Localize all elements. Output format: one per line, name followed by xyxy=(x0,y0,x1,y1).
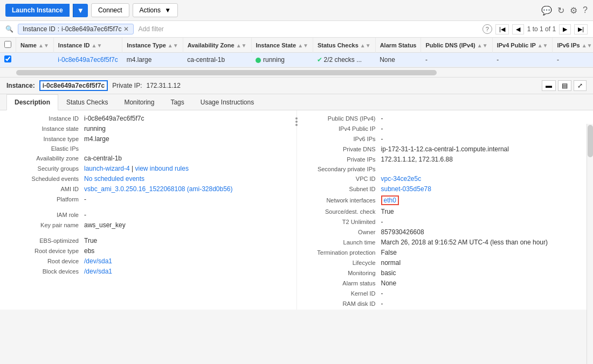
detail-content: Instance ID i-0c8e649a7ec6f5f7c Instance… xyxy=(0,110,593,310)
main-scrollbar[interactable] xyxy=(587,124,593,364)
add-filter[interactable]: Add filter xyxy=(138,25,163,33)
row-root-device-type: Root device type ebs xyxy=(9,247,288,255)
pagination-last[interactable]: ▶| xyxy=(574,24,588,34)
value-termination-protection: False xyxy=(381,249,585,256)
launch-instance-button[interactable]: Launch Instance xyxy=(5,4,70,17)
refresh-icon[interactable]: ↻ xyxy=(557,5,564,16)
view-stack-button[interactable]: ▤ xyxy=(558,80,571,91)
label-subnet-id: Subnet ID xyxy=(306,186,381,192)
col-az: Availability Zone ▲▼ xyxy=(183,38,251,53)
row-elastic-ips: Elastic IPs xyxy=(9,145,288,152)
table-row[interactable]: i-0c8e649a7ec6f5f7c m4.large ca-central-… xyxy=(0,53,593,67)
col-status-checks: Status Checks ▲▼ xyxy=(313,38,375,53)
detail-instance-id[interactable]: i-0c8e649a7ec6f5f7c xyxy=(39,80,108,91)
view-expand-button[interactable]: ⤢ xyxy=(574,80,587,91)
tab-monitoring[interactable]: Monitoring xyxy=(116,94,162,110)
label-az: Availability zone xyxy=(9,155,84,162)
label-private-dns: Private DNS xyxy=(306,146,381,152)
view-split-button[interactable]: ▬ xyxy=(542,80,556,91)
row-instance-type: m4.large xyxy=(122,53,183,67)
pagination-next[interactable]: ▶ xyxy=(559,24,571,34)
inbound-rules-link[interactable]: view inbound rules xyxy=(135,165,189,172)
row-instance-id[interactable]: i-0c8e649a7ec6f5f7c xyxy=(53,53,122,67)
filter-remove[interactable]: ✕ xyxy=(123,25,129,33)
tab-description[interactable]: Description xyxy=(6,94,58,110)
row-ipv6: - xyxy=(553,53,593,67)
row-checkbox-cell[interactable] xyxy=(0,53,16,67)
label-ipv6-ips: IPv6 IPs xyxy=(306,136,381,142)
eth0-link[interactable]: eth0 xyxy=(381,195,399,205)
chat-icon[interactable]: 💬 xyxy=(541,5,552,16)
label-ebs-optimized: EBS-optimized xyxy=(9,237,84,244)
label-block-devices: Block devices xyxy=(9,268,84,275)
col-public-dns: Public DNS (IPv4) ▲▼ xyxy=(421,38,492,53)
detail-instance-label: Instance: xyxy=(6,82,35,89)
col-ipv6: IPv6 IPs ▲▼ xyxy=(553,38,593,53)
row-subnet-id: Subnet ID subnet-035d5e78 xyxy=(306,185,585,193)
security-group-link[interactable]: launch-wizard-4 xyxy=(84,165,130,172)
tab-status-checks[interactable]: Status Checks xyxy=(58,94,116,110)
value-private-dns: ip-172-31-1-12.ca-central-1.compute.inte… xyxy=(381,145,585,153)
label-network-interfaces: Network interfaces xyxy=(306,197,381,204)
instances-table: Name ▲▼ Instance ID ▲▼ Instance Type ▲▼ … xyxy=(0,38,593,67)
value-block-devices[interactable]: /dev/sda1 xyxy=(84,268,288,275)
value-root-device[interactable]: /dev/sda1 xyxy=(84,257,288,265)
actions-button[interactable]: Actions ▼ xyxy=(133,3,178,17)
scroll-thumb-right[interactable] xyxy=(588,125,593,157)
select-all-checkbox[interactable] xyxy=(4,41,11,48)
row-private-dns: Private DNS ip-172-31-1-12.ca-central-1.… xyxy=(306,145,585,153)
row-state: running xyxy=(251,53,313,67)
value-alarm-status: None xyxy=(381,279,585,287)
instances-table-container: Name ▲▼ Instance ID ▲▼ Instance Type ▲▼ … xyxy=(0,38,593,68)
row-key-pair: Key pair name aws_user_key xyxy=(9,221,288,229)
col-instance-id: Instance ID ▲▼ xyxy=(53,38,122,53)
row-security-groups: Security groups launch-wizard-4 | view i… xyxy=(9,165,288,172)
row-instance-id: Instance ID i-0c8e649a7ec6f5f7c xyxy=(9,115,288,122)
row-termination-protection: Termination protection False xyxy=(306,249,585,256)
value-platform: - xyxy=(84,195,288,203)
detail-private-ip: 172.31.1.12 xyxy=(146,82,180,89)
value-private-ips: 172.31.1.12, 172.31.6.88 xyxy=(381,156,585,163)
scroll-thumb[interactable] xyxy=(16,70,437,75)
label-instance-id: Instance ID xyxy=(9,115,84,122)
label-root-device-type: Root device type xyxy=(9,248,84,254)
label-public-dns: Public DNS (IPv4) xyxy=(306,115,381,122)
col-ipv4: IPv4 Public IP ▲▼ xyxy=(492,38,553,53)
tab-tags[interactable]: Tags xyxy=(162,94,192,110)
row-checkbox[interactable] xyxy=(4,55,11,62)
row-public-dns: - xyxy=(421,53,492,67)
row-status-checks: ✔2/2 checks ... xyxy=(313,53,375,67)
search-right: ? |◀ ◀ 1 to 1 of 1 ▶ ▶| xyxy=(482,24,588,34)
label-instance-state: Instance state xyxy=(9,125,84,132)
table-scrollbar[interactable] xyxy=(0,68,593,78)
connect-button[interactable]: Connect xyxy=(91,3,129,17)
value-owner: 857930426608 xyxy=(381,228,585,236)
value-public-dns: - xyxy=(381,115,585,122)
value-ebs-optimized: True xyxy=(84,237,288,244)
pagination-first[interactable]: |◀ xyxy=(495,24,509,34)
search-help[interactable]: ? xyxy=(482,24,492,34)
pagination-prev[interactable]: ◀ xyxy=(512,24,524,34)
label-root-device: Root device xyxy=(9,258,84,264)
settings-icon[interactable]: ⚙ xyxy=(570,5,577,16)
row-az: Availability zone ca-central-1b xyxy=(9,155,288,162)
row-owner: Owner 857930426608 xyxy=(306,228,585,236)
value-subnet-id[interactable]: subnet-035d5e78 xyxy=(381,185,585,193)
help-icon[interactable]: ? xyxy=(583,5,588,15)
value-ami-id[interactable]: vsbc_ami_3.0.250.16_1522068108 (ami-328d… xyxy=(84,185,288,193)
launch-instance-caret[interactable]: ▼ xyxy=(73,4,88,17)
tab-usage-instructions[interactable]: Usage Instructions xyxy=(192,94,262,110)
row-ebs-optimized: EBS-optimized True xyxy=(9,237,288,244)
row-monitoring: Monitoring basic xyxy=(306,269,585,277)
select-all-header[interactable] xyxy=(0,38,16,53)
row-ami-id: AMI ID vsbc_ami_3.0.250.16_1522068108 (a… xyxy=(9,185,288,193)
row-alarm-status: Alarm status None xyxy=(306,279,585,287)
value-vpc-id[interactable]: vpc-34ce2e5c xyxy=(381,175,585,183)
row-instance-state: Instance state running xyxy=(9,125,288,132)
row-root-device: Root device /dev/sda1 xyxy=(9,257,288,265)
collapse-handle[interactable] xyxy=(295,117,298,126)
row-lifecycle: Lifecycle normal xyxy=(306,259,585,267)
value-launch-time: March 26, 2018 at 9:16:52 AM UTC-4 (less… xyxy=(381,239,585,246)
filter-tag[interactable]: Instance ID : i-0c8e649a7ec6f5f7c ✕ xyxy=(18,24,134,34)
value-instance-id: i-0c8e649a7ec6f5f7c xyxy=(84,115,288,122)
